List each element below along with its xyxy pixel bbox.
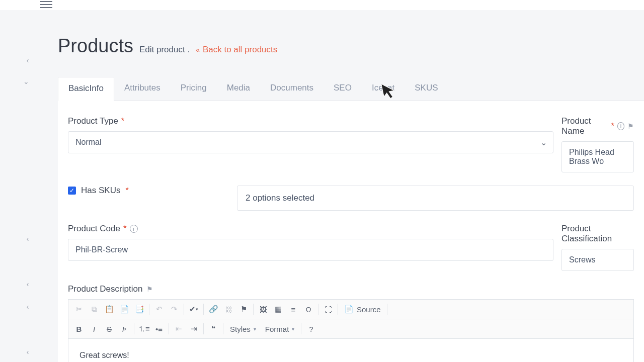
link-icon[interactable]: 🔗	[206, 302, 221, 317]
has-skus-field: ✓ Has SKUs *	[68, 186, 229, 196]
styles-label: Styles	[230, 325, 251, 333]
bold-icon[interactable]: B	[71, 321, 87, 336]
product-classification-field: Product Classification Screws	[561, 224, 634, 271]
redo-icon[interactable]: ↷	[167, 302, 182, 317]
info-icon[interactable]: i	[617, 122, 624, 130]
chevron-down-icon: ▾	[292, 326, 294, 332]
tab-attributes[interactable]: Attributes	[114, 77, 171, 101]
hamburger-icon[interactable]	[40, 1, 52, 8]
unlink-icon[interactable]: ⛓	[221, 302, 236, 317]
blockquote-icon[interactable]: ❝	[206, 321, 221, 336]
tab-icecat[interactable]: Icecat	[362, 77, 405, 101]
flag-icon[interactable]: ⚑	[627, 122, 634, 130]
tab-skus[interactable]: SKUS	[405, 77, 448, 101]
strikethrough-icon[interactable]: S	[102, 321, 117, 336]
sidebar-collapse-5[interactable]: ‹	[23, 302, 33, 312]
undo-icon[interactable]: ↶	[151, 302, 167, 317]
tab-media[interactable]: Media	[217, 77, 260, 101]
sidebar-collapse-3[interactable]: ‹	[23, 234, 33, 244]
main-content: Products Edit product . « Back to all pr…	[58, 35, 644, 362]
product-code-input[interactable]: Phil-BR-Screw	[68, 239, 553, 261]
product-type-select[interactable]: Normal ⌄	[68, 131, 553, 153]
back-link-label: Back to all products	[203, 45, 277, 55]
format-dropdown[interactable]: Format ▾	[261, 322, 299, 336]
spellcheck-icon[interactable]: ✔▾	[186, 302, 201, 317]
toolbar-separator	[203, 304, 204, 315]
page-header: Products Edit product . « Back to all pr…	[58, 35, 644, 57]
help-icon[interactable]: ?	[303, 321, 318, 336]
product-classification-value: Screws	[569, 255, 595, 264]
description-text: Great screws!	[79, 351, 129, 359]
toolbar-separator	[134, 323, 134, 334]
chevron-down-icon: ⌄	[540, 138, 547, 147]
product-code-value: Phil-BR-Screw	[75, 245, 128, 254]
source-label: Source	[357, 305, 381, 314]
toolbar-separator	[203, 323, 204, 334]
tab-seo[interactable]: SEO	[324, 77, 362, 101]
toolbar-separator	[223, 323, 223, 334]
sidebar-collapse-6[interactable]: ‹	[23, 347, 33, 357]
copy-icon[interactable]: ⧉	[87, 302, 102, 317]
editor-toolbar-row2: B I S Ix ⒈≡ •≡ ⇤ ⇥ ❝ Styles ▾ Format	[68, 319, 634, 339]
outdent-icon[interactable]: ⇤	[171, 321, 186, 336]
toolbar-separator	[301, 323, 301, 334]
flag-icon[interactable]: ⚑	[146, 285, 153, 293]
sidebar-collapse-1[interactable]: ‹	[23, 55, 33, 65]
editor-toolbar-row1: ✂ ⧉ 📋 📄 📑 ↶ ↷ ✔▾ 🔗 ⛓ ⚑ 🖼 ▦ ≡ Ω	[68, 300, 634, 319]
chevron-double-left-icon: «	[196, 46, 200, 54]
editor-content[interactable]: Great screws!	[68, 339, 634, 362]
toolbar-separator	[387, 304, 387, 315]
paste-icon[interactable]: 📋	[102, 302, 117, 317]
sidebar-expand-2[interactable]: ⌄	[21, 76, 31, 86]
info-icon[interactable]: i	[130, 225, 138, 233]
sku-options-multiselect[interactable]: 2 options selected	[237, 186, 634, 211]
page-subtitle: Edit product .	[139, 45, 190, 55]
required-asterisk: *	[611, 121, 614, 131]
paste-word-icon[interactable]: 📑	[132, 302, 147, 317]
chevron-down-icon: ▾	[254, 326, 256, 332]
paste-text-icon[interactable]: 📄	[117, 302, 132, 317]
image-icon[interactable]: 🖼	[256, 302, 271, 317]
italic-icon[interactable]: I	[87, 321, 102, 336]
cut-icon[interactable]: ✂	[71, 302, 87, 317]
tab-basicinfo[interactable]: BasicInfo	[58, 77, 114, 101]
rich-text-editor: ✂ ⧉ 📋 📄 📑 ↶ ↷ ✔▾ 🔗 ⛓ ⚑ 🖼 ▦ ≡ Ω	[68, 299, 634, 362]
tab-pricing[interactable]: Pricing	[171, 77, 217, 101]
product-name-label: Product Name	[561, 116, 608, 136]
bullet-list-icon[interactable]: •≡	[151, 321, 167, 336]
product-classification-input[interactable]: Screws	[561, 249, 634, 271]
anchor-icon[interactable]: ⚑	[236, 302, 251, 317]
remove-format-icon[interactable]: Ix	[117, 321, 132, 336]
indent-icon[interactable]: ⇥	[186, 321, 201, 336]
numbered-list-icon[interactable]: ⒈≡	[136, 321, 151, 336]
toolbar-separator	[253, 304, 254, 315]
maximize-icon[interactable]: ⛶	[320, 302, 336, 317]
has-skus-checkbox[interactable]: ✓	[68, 187, 76, 195]
sidebar-collapse-4[interactable]: ‹	[23, 279, 33, 289]
format-label: Format	[265, 325, 289, 333]
toolbar-separator	[184, 304, 184, 315]
back-to-products-link[interactable]: « Back to all products	[196, 45, 277, 55]
horizontal-rule-icon[interactable]: ≡	[286, 302, 301, 317]
table-icon[interactable]: ▦	[271, 302, 286, 317]
required-asterisk: *	[121, 116, 125, 126]
toolbar-separator	[338, 304, 338, 315]
product-description-label-row: Product Description ⚑	[58, 284, 644, 294]
toolbar-separator	[169, 323, 169, 334]
product-name-field: Product Name * i ⚑ Philips Head Brass Wo	[561, 116, 634, 172]
product-type-value: Normal	[75, 138, 102, 146]
required-asterisk: *	[125, 186, 128, 195]
product-type-label: Product Type	[68, 116, 118, 126]
product-description-label: Product Description	[68, 284, 142, 294]
toolbar-separator	[149, 304, 149, 315]
source-icon: 📄	[344, 305, 354, 314]
styles-dropdown[interactable]: Styles ▾	[225, 322, 261, 336]
source-button[interactable]: 📄 Source	[340, 303, 385, 316]
tab-documents[interactable]: Documents	[260, 77, 324, 101]
product-code-label: Product Code	[68, 224, 120, 234]
sku-options-summary: 2 options selected	[246, 193, 314, 203]
special-char-icon[interactable]: Ω	[301, 302, 316, 317]
sidebar: ‹ ⌄ ‹ ‹ ‹ ‹	[0, 10, 35, 362]
has-skus-label: Has SKUs	[81, 186, 120, 196]
product-name-input[interactable]: Philips Head Brass Wo	[561, 141, 634, 172]
